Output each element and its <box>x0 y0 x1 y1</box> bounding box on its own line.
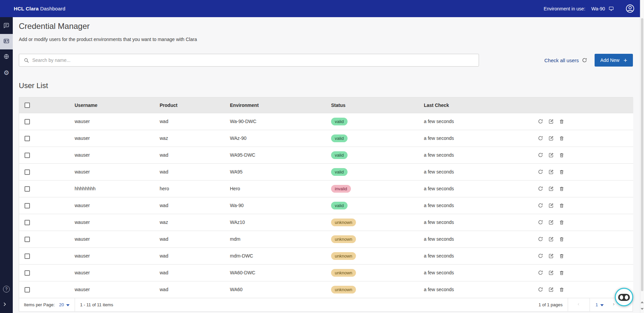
col-header-username: Username <box>75 97 160 113</box>
topbar: HCL Clara Dashboard Environment in use: … <box>0 0 644 17</box>
chevron-left-icon <box>577 302 580 308</box>
row-checkbox[interactable] <box>25 270 30 276</box>
delete-icon[interactable] <box>559 220 564 225</box>
sidebar: ⚙ ? <box>0 17 13 313</box>
chatbot-launcher[interactable] <box>615 288 633 306</box>
page-number-select[interactable]: 1 <box>596 302 604 307</box>
divider <box>568 298 568 311</box>
sidebar-item-environments[interactable] <box>0 49 13 65</box>
refresh-icon[interactable] <box>538 236 543 242</box>
refresh-icon[interactable] <box>538 203 543 208</box>
previous-page-button[interactable] <box>573 302 585 308</box>
status-badge: invalid <box>331 185 351 193</box>
add-new-button[interactable]: Add New + <box>595 54 633 67</box>
edit-icon[interactable] <box>548 152 554 158</box>
status-badge: unknown <box>331 252 356 260</box>
delete-icon[interactable] <box>559 236 564 242</box>
sidebar-item-settings[interactable]: ⚙ <box>0 65 13 80</box>
cell-product: wad <box>160 231 230 247</box>
delete-icon[interactable] <box>559 169 564 175</box>
search-input[interactable] <box>32 57 479 63</box>
delete-icon[interactable] <box>559 135 564 141</box>
row-checkbox[interactable] <box>25 203 30 208</box>
cell-username: wauser <box>75 231 160 247</box>
edit-icon[interactable] <box>548 186 554 192</box>
row-checkbox[interactable] <box>25 153 30 158</box>
cell-product: wad <box>160 264 230 281</box>
edit-icon[interactable] <box>548 135 554 141</box>
select-all-checkbox[interactable] <box>25 103 30 108</box>
refresh-icon[interactable] <box>538 270 543 275</box>
delete-icon[interactable] <box>559 119 564 124</box>
row-checkbox[interactable] <box>25 136 30 141</box>
cell-product: waz <box>160 130 230 147</box>
refresh-icon[interactable] <box>538 152 543 158</box>
edit-icon[interactable] <box>548 169 554 175</box>
cell-last-check: a few seconds <box>424 214 536 231</box>
cell-product: wad <box>160 281 230 298</box>
refresh-icon[interactable] <box>538 119 543 124</box>
brand-bold: HCL Clara <box>14 6 39 11</box>
row-checkbox[interactable] <box>25 169 30 175</box>
cell-product: wad <box>160 247 230 264</box>
row-checkbox[interactable] <box>25 253 30 259</box>
row-checkbox[interactable] <box>25 237 30 242</box>
items-per-page-select[interactable]: 20 <box>59 302 70 307</box>
cell-environment: WAz10 <box>230 214 331 231</box>
edit-icon[interactable] <box>548 236 554 242</box>
sidebar-expand-button[interactable] <box>0 297 13 313</box>
delete-icon[interactable] <box>559 152 564 158</box>
toolbar: Check all users Add New + <box>19 54 633 67</box>
row-checkbox[interactable] <box>25 220 30 225</box>
sidebar-item-feedback[interactable] <box>0 18 13 34</box>
row-checkbox[interactable] <box>25 287 30 292</box>
cell-environment: WAz-90 <box>230 130 331 147</box>
edit-icon[interactable] <box>548 287 554 292</box>
cell-last-check: a few seconds <box>424 264 536 281</box>
delete-icon[interactable] <box>559 203 564 208</box>
row-actions <box>536 135 633 141</box>
user-table: Username Product Environment Status Last… <box>19 97 633 298</box>
row-checkbox[interactable] <box>25 186 30 192</box>
edit-icon[interactable] <box>548 253 554 259</box>
scroll-down-button[interactable] <box>640 306 644 312</box>
scroll-up-button[interactable] <box>640 300 644 305</box>
refresh-icon[interactable] <box>538 186 543 191</box>
cell-product: wad <box>160 163 230 180</box>
edit-icon[interactable] <box>548 270 554 276</box>
page-scrollbar[interactable] <box>640 0 644 313</box>
edit-icon[interactable] <box>548 203 554 208</box>
current-page-value: 1 <box>596 302 598 307</box>
refresh-icon[interactable] <box>538 220 543 225</box>
table-row: wauser waz WAz-90 valid a few seconds <box>19 130 633 147</box>
table-row: wauser wad mdm-DWC unknown a few seconds <box>19 247 633 264</box>
table-header-row: Username Product Environment Status Last… <box>19 97 633 113</box>
cell-product: wad <box>160 147 230 163</box>
chevron-right-icon <box>612 302 615 308</box>
robot-eye <box>620 295 623 300</box>
row-checkbox[interactable] <box>25 119 30 124</box>
delete-icon[interactable] <box>559 186 564 192</box>
delete-icon[interactable] <box>559 270 564 276</box>
col-header-actions <box>536 97 633 113</box>
check-all-users-link[interactable]: Check all users <box>545 57 579 63</box>
edit-icon[interactable] <box>548 220 554 225</box>
refresh-icon[interactable] <box>538 287 543 292</box>
search-box <box>19 54 479 67</box>
delete-icon[interactable] <box>559 287 564 292</box>
cell-username: hhhhhhhh <box>75 180 160 197</box>
scrollbar-thumb[interactable] <box>641 18 643 291</box>
status-badge: valid <box>331 134 348 142</box>
user-avatar-icon[interactable] <box>626 4 635 13</box>
sidebar-item-credentials[interactable] <box>0 34 13 49</box>
delete-icon[interactable] <box>559 253 564 259</box>
status-badge: unknown <box>331 235 356 243</box>
edit-icon[interactable] <box>548 119 554 124</box>
refresh-icon[interactable] <box>582 57 587 63</box>
globe-icon <box>3 53 9 61</box>
refresh-icon[interactable] <box>538 135 543 141</box>
refresh-icon[interactable] <box>538 253 543 259</box>
sidebar-item-help[interactable]: ? <box>0 281 13 297</box>
refresh-icon[interactable] <box>538 169 543 174</box>
row-actions <box>536 169 633 175</box>
